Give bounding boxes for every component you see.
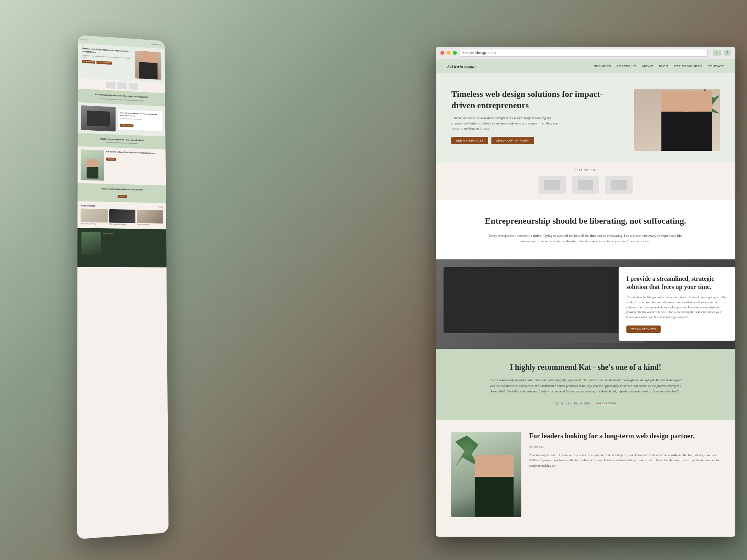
phone-btn-work[interactable]: CHECK OUT MY WORK bbox=[96, 61, 112, 65]
site-strategic-section: I provide a streamlined, strategic solut… bbox=[436, 259, 735, 349]
browser-close-dot[interactable] bbox=[440, 51, 444, 55]
nav-link-portfolio[interactable]: PORTFOLIO bbox=[617, 65, 637, 68]
site-hero-subtext: I create websites for seasoned entrepren… bbox=[451, 116, 560, 131]
phone-triumph-section: Ready to bask in the triumph of your suc… bbox=[77, 183, 166, 203]
site-strategic-text: It's not about building a pretty online … bbox=[626, 295, 728, 320]
site-featured-section: FEATURED IN bbox=[436, 163, 735, 200]
phone-partner-btn[interactable]: READ MORE bbox=[106, 158, 116, 161]
site-leaders-body: A web designer with 11 years of experien… bbox=[529, 453, 720, 469]
site-leaders-person bbox=[475, 455, 514, 517]
site-nav: kat irwin design SERVICES PORTFOLIO ABOU… bbox=[436, 59, 735, 73]
site-strategic-heading: I provide a streamlined, strategic solut… bbox=[626, 275, 728, 291]
site-hero: Timeless web design solutions for impact… bbox=[436, 73, 735, 163]
phone-hero-text: Timeless web design solutions for impact… bbox=[82, 47, 133, 78]
site-testimonial-footer: DONNA K., FOUNDER SEE THE WORK bbox=[467, 399, 704, 406]
phone-triumph-heading: Ready to bask in the triumph of your suc… bbox=[82, 187, 162, 191]
phone-footer-logo: kat irwin design bbox=[103, 232, 163, 235]
site-logo[interactable]: kat irwin design bbox=[447, 64, 476, 68]
phone-blog-img-1 bbox=[81, 208, 107, 222]
phone-partner-image bbox=[81, 149, 104, 180]
phone-blog-title-2: 7 Fully Amazing Portfolio Strategies bbox=[109, 224, 135, 226]
site-strategic-btn[interactable]: SEE MY SERVICES bbox=[626, 326, 661, 333]
phone-hero-image bbox=[135, 51, 161, 80]
phone-footer-links: SERVICES PORTFOLIO ABOUT BLOG bbox=[103, 235, 163, 237]
phone-nav-dot bbox=[86, 39, 88, 40]
phone-strategic-heading: I provide a streamlined, strategic solut… bbox=[120, 112, 160, 119]
phone-nav-logo: kat irwin design bbox=[152, 43, 162, 46]
phone-hero-buttons: SEE MY SERVICES CHECK OUT MY WORK bbox=[82, 60, 133, 66]
browser-minimize-dot[interactable] bbox=[447, 51, 451, 55]
phone-footer-link[interactable]: BLOG bbox=[119, 235, 122, 236]
site-leaders-text: For leaders looking for a long-term web … bbox=[529, 432, 720, 469]
phone-partner-text: For leaders looking for a long-term web … bbox=[106, 150, 156, 182]
phone-laptop-image bbox=[81, 105, 116, 131]
phone-logo-2 bbox=[117, 82, 126, 89]
phone-btn-services[interactable]: SEE MY SERVICES bbox=[82, 60, 95, 64]
phone-footer: kat irwin design SERVICES PORTFOLIO ABOU… bbox=[77, 228, 167, 267]
phone-blog-header: Keep Reading SEE ALL bbox=[81, 204, 163, 208]
browser-content: kat irwin design SERVICES PORTFOLIO ABOU… bbox=[436, 59, 735, 537]
site-testimonial-section: I highly recommend Kat - she's one of a … bbox=[436, 349, 735, 420]
site-hero-image bbox=[634, 89, 720, 151]
phone-blog-section: Keep Reading SEE ALL How to find the rig… bbox=[77, 201, 166, 229]
phone-footer-content: kat irwin design SERVICES PORTFOLIO ABOU… bbox=[103, 232, 163, 264]
site-leaders-section: For leaders looking for a long-term web … bbox=[436, 420, 735, 529]
browser-actions: ↩ ⤴ bbox=[713, 50, 731, 56]
phone-blog-title-1: How to find the right web designer bbox=[81, 223, 107, 225]
site-featured-logo-1 bbox=[538, 176, 566, 194]
phone-blog-img-2 bbox=[109, 209, 135, 223]
site-entrep-heading: Entrepreneurship should be liberating, n… bbox=[459, 215, 712, 227]
nav-link-designers[interactable]: FOR DESIGNERS bbox=[674, 65, 702, 68]
site-featured-logo-3 bbox=[605, 176, 633, 194]
nav-link-services[interactable]: SERVICES bbox=[594, 65, 611, 68]
phone-blog-img-3 bbox=[137, 210, 163, 223]
phone-blog-grid: How to find the right web designer 7 Ful… bbox=[81, 208, 163, 226]
phone-logo-1 bbox=[106, 81, 116, 89]
phone-mockup: kat irwin design Timeless web design sol… bbox=[77, 35, 169, 539]
phone-blog-heading: Keep Reading bbox=[81, 204, 95, 207]
browser-action-btn[interactable]: ↩ bbox=[713, 50, 721, 56]
site-hero-buttons: SEE MY SERVICES CHECK OUT MY WORK bbox=[451, 137, 626, 144]
site-logo-img-1 bbox=[544, 180, 560, 190]
phone-blog-item-1: How to find the right web designer bbox=[81, 208, 107, 225]
site-btn-work[interactable]: CHECK OUT MY WORK bbox=[491, 137, 534, 144]
phone-nav-dot bbox=[81, 39, 82, 40]
phone-partner-person bbox=[87, 159, 98, 178]
site-logo-img-3 bbox=[611, 180, 627, 190]
phone-hero-person bbox=[139, 51, 158, 80]
site-testimonial-heading: I highly recommend Kat - she's one of a … bbox=[467, 363, 704, 372]
phone-nav-dot bbox=[84, 39, 85, 40]
phone-logo-3 bbox=[128, 83, 138, 90]
phone-strategic-card: I provide a streamlined, strategic solut… bbox=[118, 109, 163, 131]
phone-footer-link[interactable]: PORTFOLIO bbox=[109, 235, 114, 236]
browser-maximize-dot[interactable] bbox=[453, 51, 457, 55]
site-entrep-section: Entrepreneurship should be liberating, n… bbox=[436, 200, 735, 259]
site-btn-services[interactable]: SEE MY SERVICES bbox=[451, 137, 488, 144]
site-hero-person bbox=[661, 91, 712, 151]
browser-url-bar[interactable]: katirwindesign.com bbox=[459, 49, 708, 57]
site-strategic-card: I provide a streamlined, strategic solut… bbox=[619, 267, 735, 341]
phone-partner-section: For leaders looking for a long-term web … bbox=[77, 146, 166, 186]
phone-triumph-btn[interactable]: LET'S GO bbox=[118, 195, 127, 198]
nav-link-contact[interactable]: CONTACT bbox=[707, 65, 724, 68]
site-testimonial-author: DONNA K., FOUNDER bbox=[554, 402, 591, 405]
site-testimonial-link[interactable]: SEE THE WORK bbox=[596, 402, 617, 405]
site-testimonial-quote: "I was blown away by Kat's calm, structu… bbox=[488, 377, 683, 394]
phone-footer-image bbox=[81, 232, 101, 256]
phone-blog-item-3: 5 ways to build brand proof bbox=[137, 210, 163, 226]
phone-footer-link[interactable]: SERVICES bbox=[103, 235, 108, 236]
site-featured-logos bbox=[451, 176, 720, 194]
browser-share-btn[interactable]: ⤴ bbox=[724, 50, 731, 56]
phone-footer-link[interactable]: ABOUT bbox=[115, 235, 119, 236]
nav-link-about[interactable]: ABOUT bbox=[642, 65, 653, 68]
phone-blog-item-2: 7 Fully Amazing Portfolio Strategies bbox=[109, 209, 135, 226]
phone-strategic-btn[interactable]: SEE MY SERVICES bbox=[120, 124, 133, 128]
phone-blog-all[interactable]: SEE ALL bbox=[158, 206, 163, 208]
site-leaders-image bbox=[451, 432, 521, 517]
phone-blog-title-3: 5 ways to build brand proof bbox=[137, 224, 163, 226]
phone-screen: kat irwin design Timeless web design sol… bbox=[77, 35, 169, 539]
site-leaders-subtext: Hi, I'm Kat. bbox=[529, 444, 720, 450]
nav-link-blog[interactable]: BLOG bbox=[659, 65, 668, 68]
site-nav-links: SERVICES PORTFOLIO ABOUT BLOG FOR DESIGN… bbox=[594, 65, 724, 68]
site-hero-text: Timeless web design solutions for impact… bbox=[451, 89, 634, 144]
